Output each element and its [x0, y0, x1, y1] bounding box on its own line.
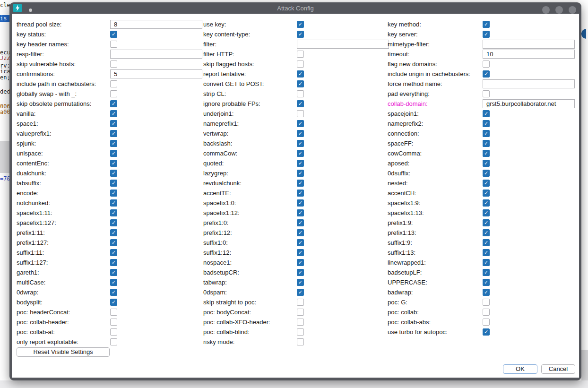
setting-checkbox[interactable]: ✓: [483, 229, 490, 236]
setting-input[interactable]: [110, 69, 202, 78]
setting-checkbox[interactable]: ✓: [297, 289, 304, 296]
maximize-button[interactable]: [555, 6, 563, 14]
setting-checkbox[interactable]: ✓: [297, 140, 304, 147]
setting-checkbox[interactable]: ✓: [110, 150, 117, 157]
setting-checkbox[interactable]: [297, 328, 304, 336]
setting-checkbox[interactable]: ✓: [110, 219, 117, 226]
setting-checkbox[interactable]: [297, 60, 304, 68]
setting-checkbox[interactable]: [110, 80, 117, 87]
setting-checkbox[interactable]: ✓: [297, 180, 304, 187]
setting-checkbox[interactable]: ✓: [110, 269, 117, 276]
setting-checkbox[interactable]: [483, 319, 490, 326]
ok-button[interactable]: OK: [503, 364, 537, 374]
setting-checkbox[interactable]: ✓: [297, 130, 304, 137]
setting-checkbox[interactable]: ✓: [110, 180, 117, 187]
setting-checkbox[interactable]: ✓: [483, 209, 490, 216]
setting-checkbox[interactable]: ✓: [110, 31, 117, 38]
setting-checkbox[interactable]: [483, 309, 490, 316]
setting-checkbox[interactable]: [110, 338, 117, 345]
setting-checkbox[interactable]: ✓: [297, 199, 304, 207]
setting-checkbox[interactable]: ✓: [297, 229, 304, 236]
setting-checkbox[interactable]: ✓: [297, 249, 304, 256]
setting-input[interactable]: [110, 50, 202, 59]
setting-input[interactable]: [483, 79, 575, 88]
setting-input[interactable]: [483, 40, 575, 49]
setting-checkbox[interactable]: ✓: [483, 269, 490, 276]
setting-checkbox[interactable]: ✓: [483, 239, 490, 246]
setting-checkbox[interactable]: [483, 90, 490, 97]
setting-checkbox[interactable]: ✓: [297, 100, 304, 107]
setting-checkbox[interactable]: ✓: [483, 150, 490, 157]
setting-checkbox[interactable]: ✓: [297, 279, 304, 286]
setting-checkbox[interactable]: ✓: [483, 328, 490, 336]
setting-checkbox[interactable]: ✓: [110, 190, 117, 197]
setting-checkbox[interactable]: ✓: [110, 229, 117, 236]
setting-checkbox[interactable]: ✓: [483, 199, 490, 207]
setting-checkbox[interactable]: [297, 338, 304, 345]
setting-checkbox[interactable]: [297, 90, 304, 97]
setting-checkbox[interactable]: ✓: [297, 21, 304, 28]
setting-checkbox[interactable]: ✓: [483, 249, 490, 256]
reset-visible-settings-button[interactable]: Reset Visible Settings: [17, 347, 110, 357]
setting-checkbox[interactable]: ✓: [483, 130, 490, 137]
setting-checkbox[interactable]: ✓: [483, 259, 490, 266]
setting-checkbox[interactable]: ✓: [483, 160, 490, 167]
setting-checkbox[interactable]: [110, 328, 117, 336]
setting-checkbox[interactable]: [483, 60, 490, 68]
setting-checkbox[interactable]: ✓: [297, 219, 304, 226]
setting-checkbox[interactable]: [297, 51, 304, 58]
minimize-button[interactable]: [542, 6, 550, 14]
setting-checkbox[interactable]: ✓: [483, 140, 490, 147]
setting-checkbox[interactable]: ✓: [110, 120, 117, 127]
setting-checkbox[interactable]: ✓: [110, 170, 117, 177]
setting-checkbox[interactable]: ✓: [483, 31, 490, 38]
setting-checkbox[interactable]: ✓: [483, 70, 490, 78]
setting-checkbox[interactable]: [110, 41, 117, 48]
setting-checkbox[interactable]: ✓: [297, 170, 304, 177]
setting-checkbox[interactable]: [110, 309, 117, 316]
setting-checkbox[interactable]: ✓: [483, 289, 490, 296]
setting-checkbox[interactable]: ✓: [483, 120, 490, 127]
setting-input[interactable]: [483, 99, 575, 108]
setting-checkbox[interactable]: ✓: [483, 21, 490, 28]
cancel-button[interactable]: Cancel: [541, 364, 575, 374]
setting-checkbox[interactable]: ✓: [483, 279, 490, 286]
setting-checkbox[interactable]: ✓: [483, 190, 490, 197]
setting-input[interactable]: [110, 20, 202, 29]
setting-checkbox[interactable]: [110, 90, 117, 97]
setting-checkbox[interactable]: [110, 319, 117, 326]
setting-checkbox[interactable]: ✓: [297, 160, 304, 167]
setting-checkbox[interactable]: [110, 60, 117, 68]
setting-checkbox[interactable]: ✓: [110, 259, 117, 266]
setting-checkbox[interactable]: ✓: [297, 190, 304, 197]
setting-input[interactable]: [483, 50, 575, 59]
setting-checkbox[interactable]: ✓: [297, 209, 304, 216]
setting-checkbox[interactable]: ✓: [483, 180, 490, 187]
setting-checkbox[interactable]: ✓: [297, 120, 304, 127]
setting-checkbox[interactable]: ✓: [297, 239, 304, 246]
setting-checkbox[interactable]: ✓: [483, 219, 490, 226]
setting-checkbox[interactable]: ✓: [110, 130, 117, 137]
setting-checkbox[interactable]: ✓: [110, 249, 117, 256]
setting-checkbox[interactable]: ✓: [110, 279, 117, 286]
setting-checkbox[interactable]: ✓: [110, 209, 117, 216]
setting-checkbox[interactable]: ✓: [297, 70, 304, 78]
setting-checkbox[interactable]: ✓: [483, 110, 490, 117]
titlebar[interactable]: Attack Config: [9, 2, 581, 14]
setting-checkbox[interactable]: ✓: [110, 100, 117, 107]
setting-checkbox[interactable]: ✓: [110, 299, 117, 306]
setting-checkbox[interactable]: ✓: [110, 110, 117, 117]
setting-checkbox[interactable]: [297, 299, 304, 306]
setting-checkbox[interactable]: ✓: [297, 31, 304, 38]
close-button[interactable]: [569, 6, 576, 14]
setting-checkbox[interactable]: ✓: [483, 170, 490, 177]
setting-checkbox[interactable]: [297, 309, 304, 316]
setting-checkbox[interactable]: ✓: [297, 150, 304, 157]
setting-checkbox[interactable]: [297, 319, 304, 326]
setting-checkbox[interactable]: ✓: [297, 259, 304, 266]
setting-checkbox[interactable]: [483, 299, 490, 306]
setting-checkbox[interactable]: [297, 110, 304, 117]
setting-checkbox[interactable]: ✓: [297, 269, 304, 276]
setting-checkbox[interactable]: ✓: [110, 140, 117, 147]
setting-checkbox[interactable]: ✓: [110, 289, 117, 296]
